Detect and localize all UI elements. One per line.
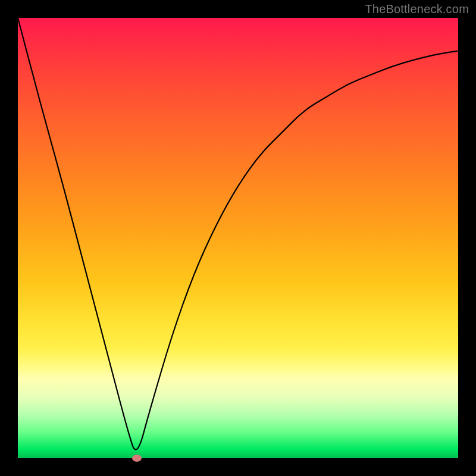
minimum-marker	[132, 455, 142, 462]
bottleneck-curve	[18, 18, 458, 450]
watermark-text: TheBottleneck.com	[365, 2, 469, 16]
chart-frame: TheBottleneck.com	[0, 0, 476, 476]
curve-svg	[18, 18, 458, 458]
plot-area	[18, 18, 458, 458]
